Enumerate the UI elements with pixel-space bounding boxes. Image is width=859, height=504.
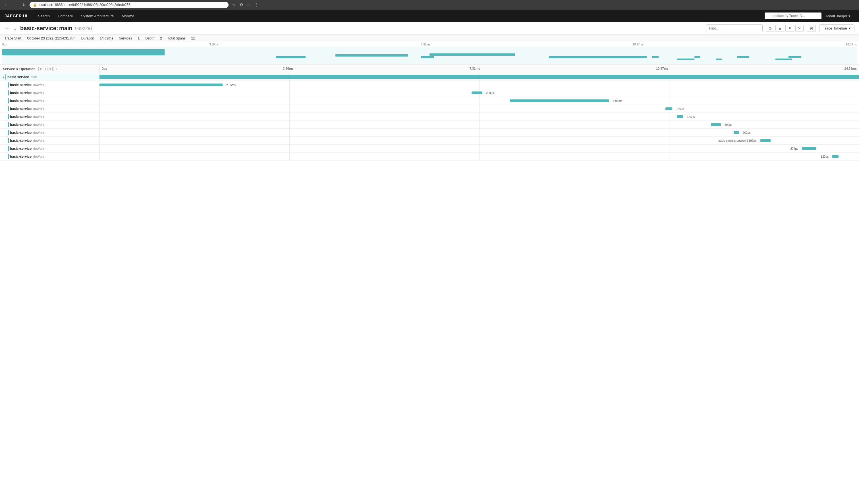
browser-forward-btn[interactable]: →	[12, 2, 19, 8]
duration-value: 14.63ms	[100, 36, 113, 40]
trace-main: Service & Operation ∨ › » ⇥ 0µs 3.66ms 7…	[0, 65, 859, 161]
span-color-indicator	[8, 114, 9, 119]
grid-line	[289, 153, 290, 160]
span-bar[interactable]	[100, 83, 223, 86]
span-row[interactable]: basic-servicedoWork120µs	[0, 153, 859, 161]
span-operation-name: doWork	[33, 131, 44, 134]
nav-lookup-wrap: 🔍	[765, 13, 822, 19]
grid-line	[479, 105, 480, 112]
span-row[interactable]: basic-servicedoWork136µs	[0, 105, 859, 113]
browser-refresh-btn[interactable]: ↻	[21, 2, 27, 8]
nav-about[interactable]: About Jaeger ▾	[822, 14, 855, 18]
trace-find-input[interactable]	[706, 25, 763, 32]
trace-ctrl-circle-btn[interactable]: ⊙	[766, 25, 774, 32]
timeline-canvas[interactable]	[2, 47, 857, 64]
span-row[interactable]: basic-servicedoWork190µs	[0, 121, 859, 129]
span-bar[interactable]	[832, 155, 839, 158]
timeline-overview[interactable]: 0µs 3.66ms 7.32ms 10.97ms 14.63ms	[0, 42, 859, 65]
trace-ctrl-close-btn[interactable]: ✕	[795, 25, 803, 32]
trace-collapse-btn[interactable]: ⌄	[13, 26, 17, 31]
span-timeline-col: basic-service::doWork | 199µs	[100, 137, 859, 144]
span-service-name: basic-service	[7, 75, 29, 79]
span-row[interactable]: basic-servicedoWork2.35ms	[0, 81, 859, 89]
trace-type-arrow-icon: ▾	[849, 26, 851, 30]
span-bar[interactable]	[510, 100, 609, 102]
trace-start-value: October 23 2022, 21:54:31.864	[27, 36, 76, 40]
col-ctrl-4[interactable]: ⇥	[53, 67, 58, 71]
span-color-indicator	[8, 138, 9, 143]
grid-line	[289, 97, 290, 105]
trace-keyboard-shortcut-btn[interactable]: ⌘	[807, 25, 816, 32]
nav-lookup-input[interactable]	[765, 13, 822, 19]
span-service-name: basic-service	[10, 91, 32, 95]
span-service-name: basic-service	[10, 139, 32, 143]
span-color-indicator	[8, 154, 9, 159]
col-ctrl-1[interactable]: ∨	[39, 67, 43, 71]
span-bar[interactable]	[760, 139, 771, 142]
trace-back-btn[interactable]: ←	[4, 25, 10, 31]
span-bar[interactable]	[734, 131, 739, 134]
span-bar[interactable]	[100, 75, 859, 79]
span-row[interactable]: ∨basic-servicemain	[0, 73, 859, 81]
nav-brand: JAEGER UI	[4, 14, 27, 18]
span-bar[interactable]	[711, 123, 721, 126]
browser-ext2-btn[interactable]: ⊕	[246, 2, 252, 8]
browser-ext1-btn[interactable]: ⚙	[239, 2, 244, 8]
span-row[interactable]: basic-servicedoWork102µs	[0, 129, 859, 137]
overview-bar	[775, 59, 792, 60]
grid-line	[289, 144, 290, 152]
span-row[interactable]: basic-servicedoWork274µs	[0, 144, 859, 153]
nav-monitor[interactable]: Monitor	[118, 10, 138, 22]
span-timeline-col: 102µs	[100, 129, 859, 136]
browser-url-bar[interactable]: 🔒 localhost:16686/trace/9d92281cf86b98b2…	[30, 2, 228, 8]
span-service-name: basic-service	[10, 155, 32, 158]
trace-header: ← ⌄ basic-service: main 9d92281 ⊙ ▲ ▼ ✕ …	[0, 22, 859, 35]
span-toggle-btn[interactable]: ∨	[2, 75, 5, 78]
span-row[interactable]: basic-servicedoWork123µs	[0, 113, 859, 121]
col-ctrl-3[interactable]: »	[48, 67, 52, 71]
nav-system-architecture[interactable]: System Architecture	[77, 10, 118, 22]
trace-service-name: basic-service:	[20, 25, 58, 31]
nav-search[interactable]: Search	[34, 10, 54, 22]
grid-line	[479, 113, 480, 120]
span-color-indicator	[8, 130, 9, 135]
trace-ctrl-up-btn[interactable]: ▲	[775, 25, 784, 32]
grid-line	[669, 97, 669, 105]
span-service-col: basic-servicedoWork	[0, 144, 100, 152]
span-bar[interactable]	[471, 91, 482, 94]
nav-compare[interactable]: Compare	[54, 10, 77, 22]
trace-ctrl-down-btn[interactable]: ▼	[785, 25, 794, 32]
span-duration-label: 136µs	[676, 107, 684, 110]
trace-operation-name: main	[59, 25, 73, 31]
span-service-name: basic-service	[10, 131, 32, 135]
trace-id: 9d92281	[75, 26, 93, 31]
col-ctrl-2[interactable]: ›	[44, 67, 47, 71]
span-bar[interactable]	[802, 147, 816, 150]
span-duration-label: 190µs	[725, 123, 732, 126]
browser-back-btn[interactable]: ←	[3, 2, 10, 8]
span-operation-name: doWork	[33, 123, 44, 126]
span-service-col: basic-servicedoWork	[0, 129, 100, 136]
span-color-indicator	[8, 146, 9, 151]
span-row[interactable]: basic-servicedoWorkbasic-service::doWork…	[0, 137, 859, 144]
span-duration-label: 274µs	[790, 147, 798, 150]
span-service-name: basic-service	[10, 99, 32, 103]
span-row[interactable]: basic-servicedoWork1.91ms	[0, 97, 859, 105]
overview-bar	[2, 49, 165, 56]
span-service-name: basic-service	[10, 83, 32, 87]
grid-line	[289, 113, 290, 120]
span-color-indicator	[8, 82, 9, 88]
span-color-indicator	[8, 98, 9, 103]
span-row[interactable]: basic-servicedoWork209µs	[0, 89, 859, 97]
span-operation-name: main	[31, 75, 37, 79]
depth-label: Depth	[145, 36, 154, 40]
browser-bookmark-btn[interactable]: ☆	[231, 2, 237, 8]
trace-type-label: Trace Timeline	[823, 26, 847, 30]
span-color-indicator	[5, 74, 6, 79]
span-bar[interactable]	[665, 107, 673, 110]
grid-line	[479, 97, 480, 105]
browser-menu-btn[interactable]: ⋮	[254, 2, 260, 8]
trace-type-selector[interactable]: Trace Timeline ▾	[819, 25, 855, 32]
span-bar[interactable]	[677, 115, 683, 118]
grid-line	[669, 129, 669, 136]
